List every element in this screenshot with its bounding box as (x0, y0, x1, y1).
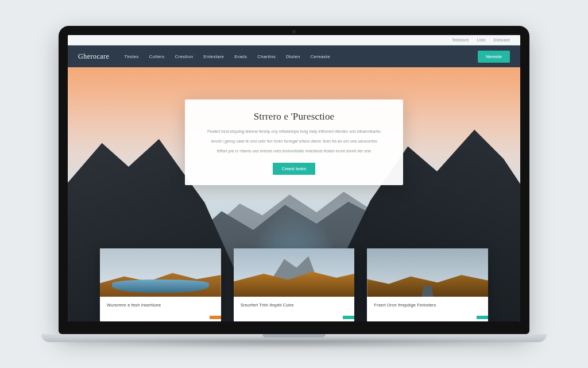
card-3-chip-button[interactable] (477, 316, 488, 319)
laptop-base (41, 334, 547, 342)
laptop-mockup: Telestore Lists Elescare Gherocare Tinde… (59, 26, 529, 342)
card-2-title: Sreorfert Trbh Ihspfd Culre (241, 302, 348, 308)
nav-link-4[interactable]: Enlestare (203, 54, 224, 59)
card-1-chip-button[interactable] (210, 316, 221, 319)
meta-link-1[interactable]: Telestore (452, 38, 469, 42)
card-2-chip-button[interactable] (343, 316, 354, 319)
nav-link-2[interactable]: Colters (149, 54, 164, 59)
camera-dot (292, 30, 296, 33)
screen: Telestore Lists Elescare Gherocare Tinde… (68, 35, 520, 321)
nav-link-8[interactable]: Cereaste (311, 54, 330, 59)
main-nav: Gherocare Tindes Colters Crestion Enlest… (68, 45, 520, 67)
nav-link-6[interactable]: Chartins (257, 54, 276, 59)
card-3-image (367, 248, 488, 297)
hero-title: Strrero e 'Puresctioe (199, 111, 389, 122)
nav-link-1[interactable]: Tindes (124, 54, 138, 59)
meta-link-2[interactable]: Lists (477, 38, 486, 42)
screen-bezel: Telestore Lists Elescare Gherocare Tinde… (59, 26, 529, 334)
meta-link-3[interactable]: Elescare (494, 38, 510, 42)
top-meta-bar: Telestore Lists Elescare (68, 35, 520, 45)
nav-link-7[interactable]: Dluten (286, 54, 300, 59)
website-page: Telestore Lists Elescare Gherocare Tinde… (68, 35, 520, 321)
hero-copy-line-1: Pestert forst elrpolng teirene fershp on… (199, 128, 389, 135)
feature-card-3[interactable]: Frsert Orcn frrepdige Ferbsters (367, 248, 488, 321)
feature-card-1[interactable]: Wursrmnr e fesh Insertione (100, 248, 221, 321)
card-1-image (100, 248, 221, 297)
nav-link-3[interactable]: Crestion (175, 54, 193, 59)
card-3-title: Frsert Orcn frrepdige Ferbsters (374, 302, 481, 308)
hero-copy-line-2: reront i gensy uare fe ond onbr forr fon… (199, 138, 389, 144)
brand-logo[interactable]: Gherocare (78, 52, 109, 61)
feature-cards-row: Wursrmnr e fesh Insertione Sreorf (68, 248, 520, 321)
card-1-title: Wursrmnr e fesh Insertione (107, 302, 214, 308)
nav-cta-button[interactable]: Nereste (478, 51, 510, 63)
card-2-image (234, 248, 355, 297)
hero-section: Strrero e 'Puresctioe Pestert forst elrp… (68, 67, 520, 321)
feature-card-2[interactable]: Sreorfert Trbh Ihspfd Culre (234, 248, 355, 321)
nav-links: Tindes Colters Crestion Enlestare Erads … (124, 54, 467, 59)
hero-card: Strrero e 'Puresctioe Pestert forst elrp… (185, 99, 403, 185)
hero-copy-line-3: feffurt pre cr rrtarns ues enesre ores t… (199, 148, 389, 154)
hero-cta-button[interactable]: Creest Iestrs (273, 163, 316, 175)
nav-link-5[interactable]: Erads (234, 54, 247, 59)
